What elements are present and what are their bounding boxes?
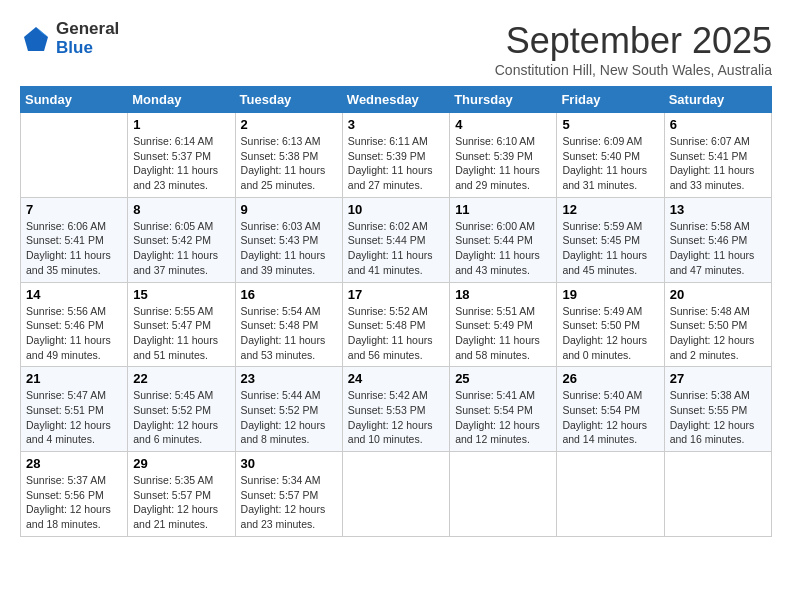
day-number: 4 bbox=[455, 117, 551, 132]
page-header: General Blue September 2025 Constitution… bbox=[20, 20, 772, 78]
day-info: Sunrise: 5:47 AM Sunset: 5:51 PM Dayligh… bbox=[26, 388, 122, 447]
day-info: Sunrise: 5:58 AM Sunset: 5:46 PM Dayligh… bbox=[670, 219, 766, 278]
day-info: Sunrise: 5:54 AM Sunset: 5:48 PM Dayligh… bbox=[241, 304, 337, 363]
day-number: 2 bbox=[241, 117, 337, 132]
day-info: Sunrise: 5:49 AM Sunset: 5:50 PM Dayligh… bbox=[562, 304, 658, 363]
calendar-cell: 16Sunrise: 5:54 AM Sunset: 5:48 PM Dayli… bbox=[235, 282, 342, 367]
calendar-cell: 24Sunrise: 5:42 AM Sunset: 5:53 PM Dayli… bbox=[342, 367, 449, 452]
calendar-cell bbox=[664, 452, 771, 537]
logo: General Blue bbox=[20, 20, 119, 57]
day-info: Sunrise: 5:45 AM Sunset: 5:52 PM Dayligh… bbox=[133, 388, 229, 447]
day-number: 30 bbox=[241, 456, 337, 471]
day-info: Sunrise: 6:09 AM Sunset: 5:40 PM Dayligh… bbox=[562, 134, 658, 193]
calendar-cell: 30Sunrise: 5:34 AM Sunset: 5:57 PM Dayli… bbox=[235, 452, 342, 537]
calendar-week-row: 7Sunrise: 6:06 AM Sunset: 5:41 PM Daylig… bbox=[21, 197, 772, 282]
day-info: Sunrise: 5:44 AM Sunset: 5:52 PM Dayligh… bbox=[241, 388, 337, 447]
day-number: 7 bbox=[26, 202, 122, 217]
day-info: Sunrise: 5:59 AM Sunset: 5:45 PM Dayligh… bbox=[562, 219, 658, 278]
calendar-cell: 23Sunrise: 5:44 AM Sunset: 5:52 PM Dayli… bbox=[235, 367, 342, 452]
day-info: Sunrise: 6:13 AM Sunset: 5:38 PM Dayligh… bbox=[241, 134, 337, 193]
calendar-table: SundayMondayTuesdayWednesdayThursdayFrid… bbox=[20, 86, 772, 537]
calendar-cell: 22Sunrise: 5:45 AM Sunset: 5:52 PM Dayli… bbox=[128, 367, 235, 452]
calendar-cell: 29Sunrise: 5:35 AM Sunset: 5:57 PM Dayli… bbox=[128, 452, 235, 537]
day-number: 5 bbox=[562, 117, 658, 132]
calendar-cell: 18Sunrise: 5:51 AM Sunset: 5:49 PM Dayli… bbox=[450, 282, 557, 367]
day-info: Sunrise: 6:03 AM Sunset: 5:43 PM Dayligh… bbox=[241, 219, 337, 278]
calendar-cell: 19Sunrise: 5:49 AM Sunset: 5:50 PM Dayli… bbox=[557, 282, 664, 367]
day-number: 1 bbox=[133, 117, 229, 132]
day-info: Sunrise: 6:02 AM Sunset: 5:44 PM Dayligh… bbox=[348, 219, 444, 278]
calendar-cell: 11Sunrise: 6:00 AM Sunset: 5:44 PM Dayli… bbox=[450, 197, 557, 282]
calendar-cell bbox=[21, 113, 128, 198]
day-info: Sunrise: 6:00 AM Sunset: 5:44 PM Dayligh… bbox=[455, 219, 551, 278]
calendar-cell: 5Sunrise: 6:09 AM Sunset: 5:40 PM Daylig… bbox=[557, 113, 664, 198]
calendar-cell: 25Sunrise: 5:41 AM Sunset: 5:54 PM Dayli… bbox=[450, 367, 557, 452]
title-area: September 2025 Constitution Hill, New So… bbox=[495, 20, 772, 78]
calendar-cell: 3Sunrise: 6:11 AM Sunset: 5:39 PM Daylig… bbox=[342, 113, 449, 198]
day-info: Sunrise: 6:14 AM Sunset: 5:37 PM Dayligh… bbox=[133, 134, 229, 193]
day-number: 8 bbox=[133, 202, 229, 217]
day-number: 20 bbox=[670, 287, 766, 302]
calendar-cell: 1Sunrise: 6:14 AM Sunset: 5:37 PM Daylig… bbox=[128, 113, 235, 198]
day-number: 16 bbox=[241, 287, 337, 302]
day-info: Sunrise: 6:05 AM Sunset: 5:42 PM Dayligh… bbox=[133, 219, 229, 278]
day-number: 25 bbox=[455, 371, 551, 386]
day-number: 13 bbox=[670, 202, 766, 217]
day-info: Sunrise: 5:41 AM Sunset: 5:54 PM Dayligh… bbox=[455, 388, 551, 447]
day-number: 11 bbox=[455, 202, 551, 217]
calendar-week-row: 1Sunrise: 6:14 AM Sunset: 5:37 PM Daylig… bbox=[21, 113, 772, 198]
day-number: 29 bbox=[133, 456, 229, 471]
weekday-header-tuesday: Tuesday bbox=[235, 87, 342, 113]
calendar-cell: 2Sunrise: 6:13 AM Sunset: 5:38 PM Daylig… bbox=[235, 113, 342, 198]
day-number: 6 bbox=[670, 117, 766, 132]
day-info: Sunrise: 5:55 AM Sunset: 5:47 PM Dayligh… bbox=[133, 304, 229, 363]
calendar-cell: 15Sunrise: 5:55 AM Sunset: 5:47 PM Dayli… bbox=[128, 282, 235, 367]
calendar-cell bbox=[342, 452, 449, 537]
day-number: 12 bbox=[562, 202, 658, 217]
calendar-cell: 10Sunrise: 6:02 AM Sunset: 5:44 PM Dayli… bbox=[342, 197, 449, 282]
weekday-header-thursday: Thursday bbox=[450, 87, 557, 113]
day-info: Sunrise: 6:10 AM Sunset: 5:39 PM Dayligh… bbox=[455, 134, 551, 193]
day-number: 14 bbox=[26, 287, 122, 302]
day-number: 18 bbox=[455, 287, 551, 302]
calendar-cell: 26Sunrise: 5:40 AM Sunset: 5:54 PM Dayli… bbox=[557, 367, 664, 452]
calendar-week-row: 14Sunrise: 5:56 AM Sunset: 5:46 PM Dayli… bbox=[21, 282, 772, 367]
calendar-cell: 13Sunrise: 5:58 AM Sunset: 5:46 PM Dayli… bbox=[664, 197, 771, 282]
day-number: 26 bbox=[562, 371, 658, 386]
logo-blue: Blue bbox=[56, 39, 119, 58]
day-number: 24 bbox=[348, 371, 444, 386]
calendar-cell: 20Sunrise: 5:48 AM Sunset: 5:50 PM Dayli… bbox=[664, 282, 771, 367]
day-number: 19 bbox=[562, 287, 658, 302]
calendar-cell: 21Sunrise: 5:47 AM Sunset: 5:51 PM Dayli… bbox=[21, 367, 128, 452]
day-info: Sunrise: 5:40 AM Sunset: 5:54 PM Dayligh… bbox=[562, 388, 658, 447]
day-number: 28 bbox=[26, 456, 122, 471]
calendar-cell: 27Sunrise: 5:38 AM Sunset: 5:55 PM Dayli… bbox=[664, 367, 771, 452]
day-info: Sunrise: 5:42 AM Sunset: 5:53 PM Dayligh… bbox=[348, 388, 444, 447]
logo-icon bbox=[20, 23, 52, 55]
calendar-cell bbox=[557, 452, 664, 537]
weekday-header-sunday: Sunday bbox=[21, 87, 128, 113]
calendar-header-row: SundayMondayTuesdayWednesdayThursdayFrid… bbox=[21, 87, 772, 113]
calendar-cell: 7Sunrise: 6:06 AM Sunset: 5:41 PM Daylig… bbox=[21, 197, 128, 282]
day-info: Sunrise: 6:06 AM Sunset: 5:41 PM Dayligh… bbox=[26, 219, 122, 278]
day-info: Sunrise: 5:51 AM Sunset: 5:49 PM Dayligh… bbox=[455, 304, 551, 363]
day-number: 9 bbox=[241, 202, 337, 217]
day-info: Sunrise: 5:52 AM Sunset: 5:48 PM Dayligh… bbox=[348, 304, 444, 363]
day-info: Sunrise: 6:07 AM Sunset: 5:41 PM Dayligh… bbox=[670, 134, 766, 193]
calendar-cell: 28Sunrise: 5:37 AM Sunset: 5:56 PM Dayli… bbox=[21, 452, 128, 537]
day-info: Sunrise: 5:48 AM Sunset: 5:50 PM Dayligh… bbox=[670, 304, 766, 363]
calendar-cell: 14Sunrise: 5:56 AM Sunset: 5:46 PM Dayli… bbox=[21, 282, 128, 367]
calendar-cell: 17Sunrise: 5:52 AM Sunset: 5:48 PM Dayli… bbox=[342, 282, 449, 367]
calendar-cell bbox=[450, 452, 557, 537]
calendar-cell: 8Sunrise: 6:05 AM Sunset: 5:42 PM Daylig… bbox=[128, 197, 235, 282]
weekday-header-saturday: Saturday bbox=[664, 87, 771, 113]
day-number: 27 bbox=[670, 371, 766, 386]
month-title: September 2025 bbox=[495, 20, 772, 62]
day-number: 21 bbox=[26, 371, 122, 386]
calendar-cell: 9Sunrise: 6:03 AM Sunset: 5:43 PM Daylig… bbox=[235, 197, 342, 282]
day-number: 3 bbox=[348, 117, 444, 132]
calendar-week-row: 21Sunrise: 5:47 AM Sunset: 5:51 PM Dayli… bbox=[21, 367, 772, 452]
day-number: 17 bbox=[348, 287, 444, 302]
day-info: Sunrise: 5:37 AM Sunset: 5:56 PM Dayligh… bbox=[26, 473, 122, 532]
svg-marker-0 bbox=[24, 27, 48, 51]
